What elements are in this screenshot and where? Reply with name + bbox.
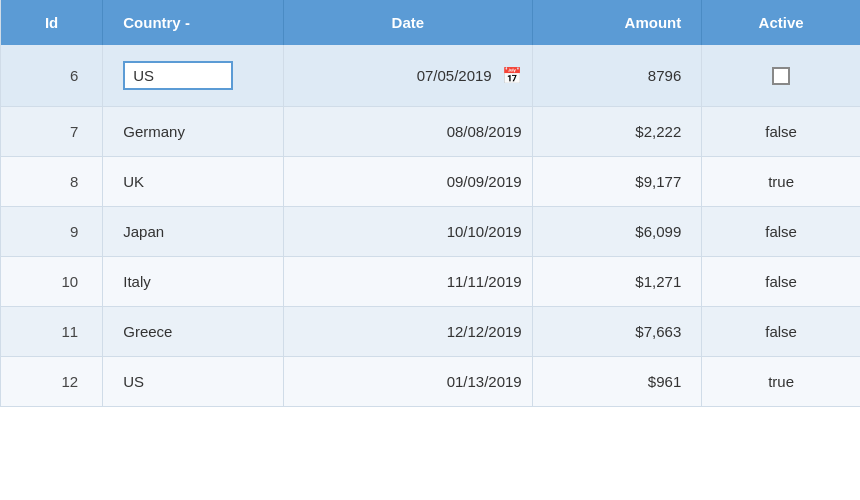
cell-amount: $7,663	[532, 307, 702, 357]
cell-date: 10/10/2019	[284, 207, 533, 257]
header-id[interactable]: Id	[1, 0, 103, 45]
cell-active: false	[702, 307, 860, 357]
cell-date: 08/08/2019	[284, 107, 533, 157]
cell-country: Italy	[103, 257, 284, 307]
date-value: 07/05/2019	[417, 67, 492, 84]
header-country[interactable]: Country -	[103, 0, 284, 45]
cell-active: false	[702, 107, 860, 157]
cell-id: 7	[1, 107, 103, 157]
cell-amount: $961	[532, 357, 702, 407]
active-checkbox[interactable]	[772, 67, 790, 85]
header-amount[interactable]: Amount	[532, 0, 702, 45]
cell-active: true	[702, 157, 860, 207]
table-row: 9Japan10/10/2019$6,099false	[1, 207, 860, 257]
cell-amount-edit: 8796	[532, 45, 702, 107]
table-row-editing: 6 07/05/2019 📅 8796	[1, 45, 860, 107]
table-row: 7Germany08/08/2019$2,222false	[1, 107, 860, 157]
cell-date: 09/09/2019	[284, 157, 533, 207]
cell-date: 11/11/2019	[284, 257, 533, 307]
country-filter-indicator: -	[185, 14, 190, 31]
cell-id: 8	[1, 157, 103, 207]
header-date[interactable]: Date	[284, 0, 533, 45]
cell-country: Germany	[103, 107, 284, 157]
cell-active: false	[702, 257, 860, 307]
cell-active: false	[702, 207, 860, 257]
cell-id: 12	[1, 357, 103, 407]
cell-amount: $9,177	[532, 157, 702, 207]
cell-amount: $6,099	[532, 207, 702, 257]
country-label: Country	[123, 14, 181, 31]
cell-amount: $2,222	[532, 107, 702, 157]
cell-country: Japan	[103, 207, 284, 257]
cell-date: 01/13/2019	[284, 357, 533, 407]
cell-country: Greece	[103, 307, 284, 357]
table-row: 12US01/13/2019$961true	[1, 357, 860, 407]
cell-amount: $1,271	[532, 257, 702, 307]
cell-country: UK	[103, 157, 284, 207]
data-table: Id Country - Date Amount Active 6 07/0	[0, 0, 860, 407]
table-header-row: Id Country - Date Amount Active	[1, 0, 860, 45]
table-row: 10Italy11/11/2019$1,271false	[1, 257, 860, 307]
cell-id: 9	[1, 207, 103, 257]
cell-active: true	[702, 357, 860, 407]
cell-id: 10	[1, 257, 103, 307]
table-row: 11Greece12/12/2019$7,663false	[1, 307, 860, 357]
cell-id: 6	[1, 45, 103, 107]
cell-date: 12/12/2019	[284, 307, 533, 357]
header-active[interactable]: Active	[702, 0, 860, 45]
cell-id: 11	[1, 307, 103, 357]
cell-active-edit[interactable]	[702, 45, 860, 107]
table-row: 8UK09/09/2019$9,177true	[1, 157, 860, 207]
cell-country: US	[103, 357, 284, 407]
cell-country-edit[interactable]	[103, 45, 284, 107]
calendar-icon[interactable]: 📅	[502, 66, 522, 85]
cell-date-edit: 07/05/2019 📅	[284, 45, 533, 107]
country-input[interactable]	[123, 61, 233, 90]
